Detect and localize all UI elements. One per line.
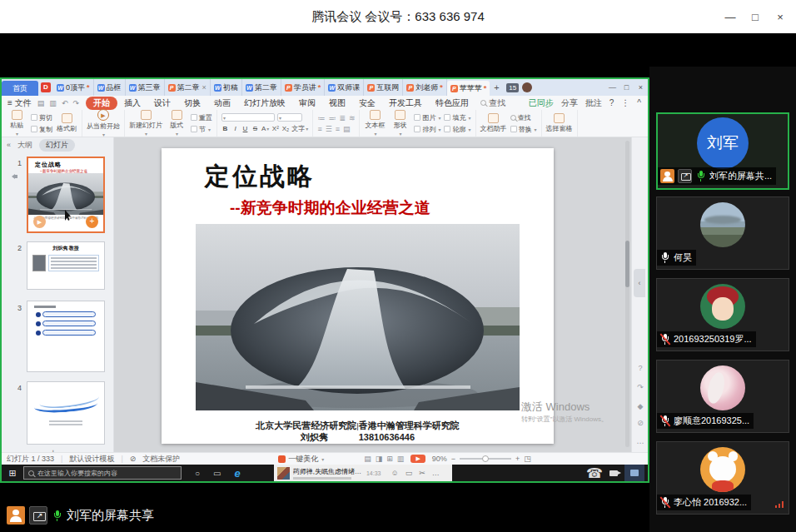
- text-effect-button[interactable]: 文字: [291, 124, 308, 133]
- screenshot-scissors-icon[interactable]: ✂: [419, 469, 425, 477]
- layout-button[interactable]: 版式: [166, 110, 187, 137]
- new-tab-icon[interactable]: +: [490, 79, 503, 96]
- fit-slide-icon[interactable]: ◳: [524, 455, 531, 463]
- strike-button[interactable]: S: [251, 125, 259, 132]
- paste-button[interactable]: 粘贴: [6, 110, 27, 137]
- undo-icon[interactable]: ↶: [62, 99, 68, 107]
- wps-close-icon[interactable]: ×: [634, 83, 648, 92]
- sync-status[interactable]: 已同步: [529, 97, 554, 109]
- doc-tab-active[interactable]: P苹苹苹*: [447, 81, 490, 96]
- participant-tile-luo[interactable]: 201693250319罗...: [656, 278, 789, 351]
- menu-tab-insert[interactable]: 插入: [117, 97, 147, 109]
- participant-tile-liujun[interactable]: 刘军 刘军的屏幕共...: [656, 112, 789, 190]
- share-button[interactable]: 分享: [561, 97, 578, 109]
- thumb-add-button[interactable]: +: [86, 216, 98, 228]
- zoom-slider-knob[interactable]: [482, 455, 489, 462]
- section-button[interactable]: 节: [191, 125, 212, 134]
- doc-tab[interactable]: P学员讲*: [281, 79, 326, 96]
- maximize-icon[interactable]: □: [743, 11, 768, 23]
- shape-button[interactable]: 形状: [389, 110, 410, 137]
- avatar[interactable]: [522, 82, 532, 92]
- reading-view-icon[interactable]: ▥: [397, 455, 405, 463]
- play-from-current-button[interactable]: ▶从当前开始: [87, 109, 120, 137]
- outline-button[interactable]: 轮廓: [444, 125, 470, 134]
- menu-tab-apps[interactable]: 特色应用: [429, 97, 475, 109]
- find-button[interactable]: 查找: [510, 113, 537, 122]
- tab-slides[interactable]: 幻灯片: [39, 139, 75, 152]
- menu-tab-transition[interactable]: 切换: [177, 97, 207, 109]
- help-icon[interactable]: ?: [609, 98, 614, 107]
- undo-history-icon[interactable]: ↷: [632, 383, 649, 391]
- bullet-list-icon[interactable]: ≔: [317, 114, 325, 122]
- minimize-icon[interactable]: —: [718, 11, 743, 23]
- participant-tile-hehao[interactable]: 何昊: [656, 196, 789, 270]
- collapse-panel-icon[interactable]: «: [7, 141, 11, 149]
- textbox-button[interactable]: 文本框: [364, 110, 386, 137]
- tab-outline[interactable]: 大纲: [17, 140, 32, 151]
- panel-pulltab[interactable]: ‹: [634, 269, 645, 297]
- format-painter-button[interactable]: 格式刷: [56, 113, 77, 133]
- help-icon[interactable]: ?: [632, 364, 649, 372]
- wps-maximize-icon[interactable]: □: [619, 83, 634, 92]
- menu-tab-review[interactable]: 审阅: [292, 97, 322, 109]
- tab-close-icon[interactable]: ×: [202, 83, 206, 92]
- replace-button[interactable]: 替换: [510, 125, 537, 134]
- menu-tab-start[interactable]: 开始: [86, 97, 117, 110]
- fill-button[interactable]: 填充: [444, 113, 470, 122]
- menu-tab-slideshow[interactable]: 幻灯片放映: [237, 97, 292, 109]
- underline-button[interactable]: U: [241, 125, 249, 132]
- doc-tab[interactable]: W0顶平*: [53, 79, 94, 96]
- copy-button[interactable]: 复制: [31, 125, 52, 134]
- save-icon[interactable]: ▤: [37, 99, 45, 107]
- comment-button[interactable]: 批注: [585, 97, 602, 109]
- video-camera-icon[interactable]: [609, 470, 618, 476]
- more-tools-icon[interactable]: ⋯: [632, 439, 649, 447]
- tab-home[interactable]: 首页: [2, 81, 38, 96]
- phone-icon[interactable]: ☎: [586, 465, 603, 481]
- menu-tab-security[interactable]: 安全: [352, 97, 382, 109]
- bold-button[interactable]: B: [221, 125, 229, 132]
- picture-button[interactable]: 图片: [414, 113, 440, 122]
- collapse-ribbon-icon[interactable]: ^: [637, 98, 641, 107]
- start-button[interactable]: ⊞: [2, 468, 23, 479]
- doc-tab[interactable]: W第二章: [242, 79, 281, 96]
- plugin-icon[interactable]: ◆: [632, 402, 649, 410]
- normal-view-icon[interactable]: ◨: [376, 455, 383, 463]
- ribbon-search[interactable]: 查找: [480, 97, 505, 109]
- sorter-view-icon[interactable]: ⊞: [386, 455, 393, 463]
- notes-view-icon[interactable]: ▤: [364, 455, 371, 463]
- tab-count-badge[interactable]: 15: [506, 83, 519, 92]
- doc-tab[interactable]: W双师课: [325, 79, 364, 96]
- beautify-button[interactable]: 一键美化: [278, 454, 324, 465]
- reset-button[interactable]: 重置: [191, 113, 212, 122]
- line-spacing-icon[interactable]: ≋: [349, 114, 356, 122]
- edge-icon[interactable]: e: [235, 467, 241, 480]
- align-center-icon[interactable]: ☰: [326, 125, 332, 133]
- arrange-button[interactable]: 排列: [414, 125, 440, 134]
- zoom-slider[interactable]: [460, 458, 511, 460]
- redo-icon[interactable]: ↷: [72, 99, 79, 107]
- menu-tab-devtools[interactable]: 开发工具: [382, 97, 429, 109]
- number-list-icon[interactable]: ≕: [328, 114, 336, 122]
- participant-tile-lixinyi[interactable]: 李心怡 2016932...: [656, 441, 789, 515]
- menu-tab-animation[interactable]: 动画: [207, 97, 237, 109]
- slide-thumbnail-4[interactable]: [27, 381, 105, 445]
- task-view-icon[interactable]: ▭: [213, 469, 221, 478]
- font-color-button[interactable]: A: [261, 125, 269, 132]
- justify-icon[interactable]: ▤: [343, 125, 351, 133]
- wechat-notification-window[interactable]: 药师禅,失眠焦虑情绪… 14:33 ☺ ▭ ✂ …: [274, 465, 452, 481]
- slide-thumbnail-1[interactable]: 定位战略 --新竞争时期的企业经营之道 北京大学民营经济研究院|香港中瀚管理科学…: [27, 157, 105, 233]
- cortana-icon[interactable]: ○: [195, 469, 200, 478]
- participant-tile-liao[interactable]: 廖顺意20169325...: [656, 360, 789, 433]
- cut-button[interactable]: 剪切: [31, 113, 52, 122]
- doc-tab[interactable]: P互联网: [364, 79, 403, 96]
- meeting-app-taskbar-icon[interactable]: [624, 465, 644, 481]
- indent-icon[interactable]: ≣: [339, 114, 346, 122]
- italic-button[interactable]: I: [231, 125, 239, 132]
- thumb-play-button[interactable]: ▶: [33, 216, 46, 228]
- print-icon[interactable]: ▥: [49, 99, 57, 107]
- zoom-in-icon[interactable]: +: [515, 455, 520, 463]
- file-menu[interactable]: ≡文件: [2, 97, 37, 109]
- menu-tab-design[interactable]: 设计: [147, 97, 177, 109]
- docer-icon[interactable]: D: [38, 79, 53, 96]
